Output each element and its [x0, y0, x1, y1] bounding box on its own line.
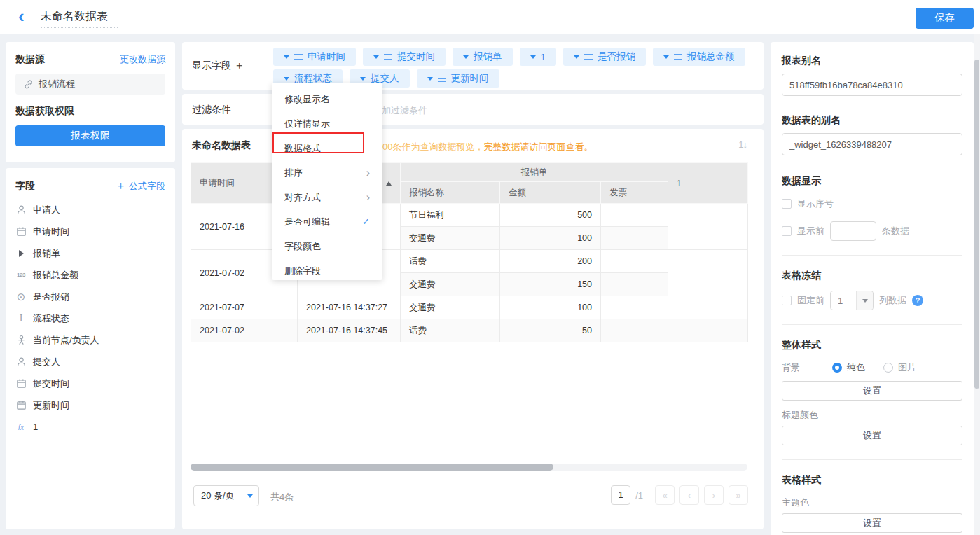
- table-row[interactable]: 2021-07-07 2021-07-16 14:37:27 交通费 100: [191, 296, 748, 319]
- field-item-current-node[interactable]: 当前节点/负责人: [15, 329, 165, 351]
- chip-is-reimbursed[interactable]: 是否报销: [563, 48, 646, 66]
- field-item-submitter[interactable]: 提交人: [15, 351, 165, 373]
- image-label: 图片: [898, 361, 916, 374]
- column-header-invoice[interactable]: 发票: [601, 182, 668, 204]
- save-button[interactable]: 保存: [916, 8, 974, 29]
- preview-notice: 00条作为查询数据预览，完整数据请访问页面查看。: [382, 141, 593, 153]
- chip-submit-time[interactable]: 提交时间: [363, 48, 446, 66]
- add-formula-field-button[interactable]: ＋ 公式字段: [116, 179, 165, 193]
- menu-item-sort[interactable]: 排序: [272, 160, 382, 185]
- cell-invoice: [601, 204, 668, 227]
- field-item-update-time[interactable]: 更新时间: [15, 394, 165, 416]
- sort-asc-icon: [386, 179, 392, 186]
- theme-color-set-button[interactable]: 设置: [782, 513, 962, 533]
- datasource-title: 数据源: [15, 53, 45, 66]
- field-item-process-status[interactable]: 流程状态: [15, 307, 165, 329]
- caret-down-icon[interactable]: [284, 55, 289, 62]
- report-permission-button[interactable]: 报表权限: [15, 125, 165, 146]
- align-icon: [584, 54, 593, 60]
- caret-down-icon[interactable]: [373, 55, 379, 62]
- cell-amount: 500: [500, 204, 601, 227]
- background-set-button[interactable]: 设置: [782, 381, 962, 401]
- field-list: 申请人 申请时间 报销单 报销总金额 是否报销 流程状态: [15, 199, 165, 438]
- cell-submit-time: 2021-07-16 14:37:27: [298, 296, 401, 319]
- column-header-amount[interactable]: 金额: [500, 182, 601, 204]
- field-item-total-amount[interactable]: 报销总金额: [15, 264, 165, 286]
- show-first-checkbox[interactable]: [782, 226, 792, 236]
- rows-suffix-label: 条数据: [882, 225, 909, 237]
- cell-expense-name: 交通费: [401, 273, 500, 296]
- caret-down-icon[interactable]: [574, 55, 579, 62]
- change-datasource-link[interactable]: 更改数据源: [120, 53, 165, 66]
- caret-down-icon[interactable]: [463, 55, 469, 62]
- column-header-one[interactable]: 1: [668, 163, 748, 204]
- calendar-icon: [15, 378, 27, 389]
- align-icon: [384, 54, 392, 60]
- field-item-submit-time[interactable]: 提交时间: [15, 373, 165, 394]
- table-title: 未命名数据表: [192, 139, 251, 152]
- field-item-is-reimbursed[interactable]: 是否报销: [15, 286, 165, 307]
- menu-item-alignment[interactable]: 对齐方式: [272, 185, 382, 209]
- cell-expense-name: 话费: [401, 250, 500, 273]
- menu-item-rename[interactable]: 修改显示名: [272, 87, 382, 111]
- menu-item-editable[interactable]: 是否可编辑: [272, 209, 382, 234]
- solid-color-radio[interactable]: [832, 363, 842, 373]
- question-icon[interactable]: ?: [912, 295, 923, 306]
- display-field-chips: 申请时间 提交时间 报销单 1 是否报销 报销总金额 流程状态 提交人 更新时间: [273, 48, 750, 88]
- vertical-scrollbar[interactable]: [974, 34, 980, 535]
- menu-item-data-format[interactable]: 数据格式: [272, 136, 382, 160]
- caret-down-icon[interactable]: [530, 55, 536, 62]
- page-number-input[interactable]: 1: [611, 485, 630, 505]
- field-item-expense-form[interactable]: 报销单: [15, 242, 165, 264]
- chip-formula-1[interactable]: 1: [520, 48, 557, 66]
- chip-update-time[interactable]: 更新时间: [417, 69, 499, 88]
- radio-field-icon: [15, 291, 27, 303]
- prev-page-button[interactable]: ‹: [679, 485, 699, 505]
- first-page-button[interactable]: «: [655, 485, 675, 505]
- field-item-formula-1[interactable]: 1: [15, 416, 165, 438]
- horizontal-scrollbar[interactable]: [191, 464, 747, 471]
- calendar-icon: [15, 226, 27, 237]
- page-size-select[interactable]: 20 条/页: [193, 485, 259, 506]
- report-alias-label: 报表别名: [782, 55, 962, 67]
- add-display-field-icon[interactable]: ＋: [234, 59, 244, 71]
- image-radio[interactable]: [883, 363, 893, 373]
- datasource-item[interactable]: 报销流程: [15, 74, 165, 95]
- table-alias-input[interactable]: [782, 133, 962, 155]
- menu-item-delete-field[interactable]: 删除字段: [272, 258, 382, 283]
- last-page-button[interactable]: »: [729, 485, 748, 505]
- fix-columns-checkbox[interactable]: [782, 296, 792, 305]
- cell-amount: 100: [500, 227, 601, 250]
- show-first-count-input[interactable]: [830, 221, 876, 241]
- align-icon: [674, 54, 682, 60]
- menu-item-field-color[interactable]: 字段颜色: [272, 234, 382, 258]
- caret-down-icon[interactable]: [427, 77, 433, 83]
- caret-down-icon[interactable]: [663, 55, 669, 62]
- chip-apply-time[interactable]: 申请时间: [273, 48, 356, 66]
- back-icon[interactable]: [18, 10, 32, 24]
- show-index-label: 显示序号: [797, 197, 834, 210]
- report-alias-input[interactable]: [782, 74, 962, 96]
- chip-expense-form[interactable]: 报销单: [453, 48, 513, 66]
- title-color-set-button[interactable]: 设置: [782, 426, 962, 445]
- sort-order-icon[interactable]: [738, 139, 747, 150]
- chip-total-amount[interactable]: 报销总金额: [653, 48, 745, 66]
- column-header-name[interactable]: 报销名称: [401, 182, 500, 204]
- menu-item-detail-only[interactable]: 仅详情显示: [272, 111, 382, 136]
- divider: [782, 459, 962, 460]
- cell-invoice: [601, 319, 668, 342]
- field-context-menu: 修改显示名 仅详情显示 数据格式 排序 对齐方式 是否可编辑 字段颜色 删除字段: [272, 83, 382, 280]
- fix-columns-select[interactable]: 1: [830, 291, 874, 310]
- horizontal-scrollbar-thumb[interactable]: [191, 464, 553, 471]
- field-item-applicant[interactable]: 申请人: [15, 199, 165, 221]
- next-page-button[interactable]: ›: [704, 485, 724, 505]
- table-alias-label: 数据表的别名: [782, 114, 962, 127]
- table-style-label: 表格样式: [782, 474, 962, 487]
- show-index-checkbox[interactable]: [782, 199, 792, 209]
- page-title[interactable]: 未命名数据表: [41, 9, 118, 28]
- table-row[interactable]: 2021-07-02 2021-07-16 14:37:45 话费 50: [191, 319, 748, 342]
- cell-one: [668, 296, 748, 319]
- vertical-scrollbar-thumb[interactable]: [974, 60, 979, 389]
- field-item-apply-time[interactable]: 申请时间: [15, 221, 165, 242]
- column-group-expense-form[interactable]: 报销单: [401, 163, 668, 182]
